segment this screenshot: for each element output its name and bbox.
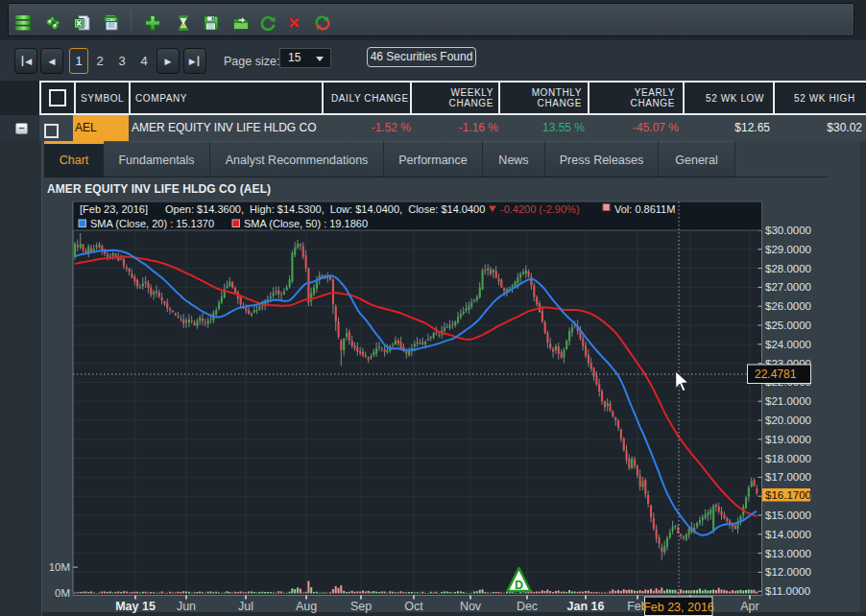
- svg-text:CSV: CSV: [107, 17, 115, 22]
